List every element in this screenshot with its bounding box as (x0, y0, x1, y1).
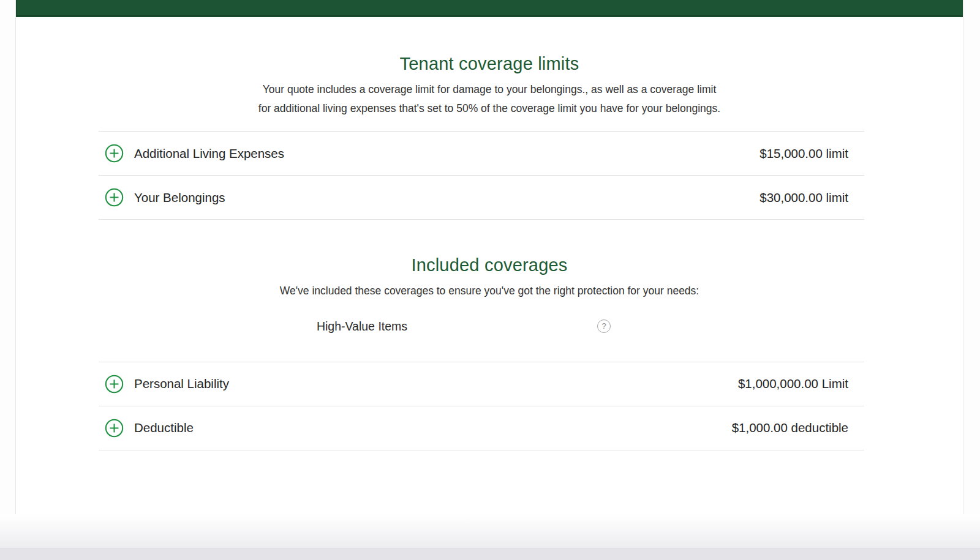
included-section-description: We've included these coverages to ensure… (269, 282, 710, 301)
coverage-row-value: $30,000.00 limit (760, 190, 848, 205)
expand-plus-icon[interactable] (105, 419, 124, 438)
coverage-row-label: Personal Liability (134, 376, 229, 391)
expand-plus-icon[interactable] (105, 375, 124, 394)
tenant-coverage-table: Additional Living Expenses $15,000.00 li… (99, 131, 864, 220)
page: Tenant coverage limits Your quote includ… (0, 0, 980, 560)
coverage-row-label: Deductible (134, 420, 194, 435)
tenant-coverage-section: Tenant coverage limits Your quote includ… (16, 17, 963, 220)
expand-plus-icon[interactable] (105, 144, 124, 163)
included-section-title: Included coverages (16, 220, 963, 275)
content-panel: Tenant coverage limits Your quote includ… (15, 0, 963, 560)
coverage-row-value: $1,000,000.00 Limit (738, 376, 848, 391)
coverage-row-additional-living-expenses[interactable]: Additional Living Expenses $15,000.00 li… (99, 131, 864, 175)
coverage-row-value: $15,000.00 limit (760, 146, 848, 161)
coverage-row-personal-liability[interactable]: Personal Liability $1,000,000.00 Limit (99, 362, 864, 406)
question-mark-icon[interactable]: ? (597, 319, 611, 333)
expand-plus-icon[interactable] (105, 188, 124, 207)
coverage-row-value: $1,000.00 deductible (732, 420, 848, 435)
high-value-items-row: High-Value Items ? (16, 314, 963, 338)
coverage-row-your-belongings[interactable]: Your Belongings $30,000.00 limit (99, 175, 864, 220)
tenant-section-title: Tenant coverage limits (16, 17, 963, 74)
coverage-row-deductible[interactable]: Deductible $1,000.00 deductible (99, 406, 864, 450)
coverage-row-label: Additional Living Expenses (134, 146, 284, 161)
included-coverages-section: Included coverages We've included these … (16, 220, 963, 450)
included-coverage-table: Personal Liability $1,000,000.00 Limit D… (99, 362, 864, 450)
tenant-section-description: Your quote includes a coverage limit for… (257, 80, 722, 118)
high-value-items-label: High-Value Items (317, 319, 407, 333)
top-banner (16, 0, 963, 17)
coverage-row-label: Your Belongings (134, 190, 225, 205)
